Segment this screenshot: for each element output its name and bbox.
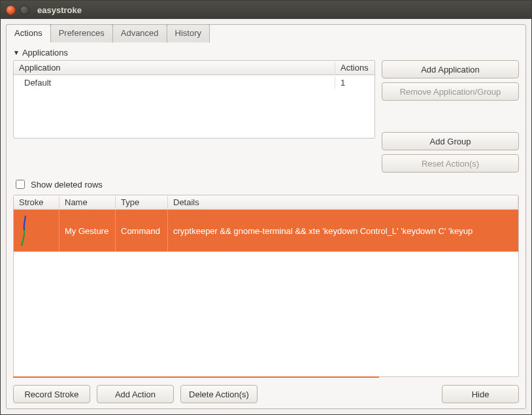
- applications-expander-label: Applications: [22, 48, 68, 58]
- reset-actions-button[interactable]: Reset Action(s): [382, 154, 519, 173]
- hide-button[interactable]: Hide: [442, 385, 519, 403]
- tab-actions[interactable]: Actions: [6, 24, 51, 42]
- table-row[interactable]: My Gesture Command cryptkeeper && gnome-…: [14, 210, 518, 252]
- chevron-down-icon: ▼: [13, 49, 20, 56]
- applications-expander[interactable]: ▼ Applications: [13, 48, 519, 58]
- col-name[interactable]: Name: [59, 196, 116, 208]
- cell-application: Default: [14, 76, 335, 89]
- page-actions: ▼ Applications Application Actions Defau…: [7, 42, 525, 408]
- client-area: Actions Preferences Advanced History ▼ A…: [1, 19, 531, 414]
- stroke-icon: [19, 214, 31, 247]
- record-stroke-button[interactable]: Record Stroke: [13, 385, 90, 403]
- spacer: [382, 105, 519, 128]
- col-application[interactable]: Application: [14, 61, 335, 74]
- show-deleted-label: Show deleted rows: [31, 180, 103, 190]
- window-buttons: [6, 5, 29, 15]
- tab-history[interactable]: History: [167, 24, 210, 42]
- window-title: easystroke: [37, 5, 82, 15]
- actions-table[interactable]: Stroke Name Type Details: [13, 195, 519, 377]
- bottom-buttons: Record Stroke Add Action Delete Action(s…: [13, 385, 519, 403]
- col-stroke[interactable]: Stroke: [14, 196, 59, 208]
- cell-name: My Gesture: [59, 210, 116, 252]
- col-type[interactable]: Type: [116, 196, 168, 208]
- cell-actions: 1: [335, 76, 374, 89]
- tab-preferences[interactable]: Preferences: [50, 24, 113, 42]
- titlebar: easystroke: [1, 1, 531, 19]
- selection-underline: [13, 376, 379, 378]
- cell-stroke: [14, 210, 59, 252]
- show-deleted-row: Show deleted rows: [13, 178, 519, 191]
- actions-header: Stroke Name Type Details: [14, 195, 518, 210]
- close-icon[interactable]: [6, 5, 16, 15]
- applications-row: Application Actions Default 1 Add Applic…: [13, 60, 519, 173]
- applications-header: Application Actions: [14, 61, 374, 75]
- window: easystroke Actions Preferences Advanced …: [0, 0, 532, 415]
- add-action-button[interactable]: Add Action: [97, 385, 174, 403]
- notebook: Actions Preferences Advanced History ▼ A…: [6, 24, 526, 409]
- col-details[interactable]: Details: [168, 196, 518, 208]
- spacer: [264, 385, 435, 403]
- tab-advanced[interactable]: Advanced: [112, 24, 167, 42]
- add-group-button[interactable]: Add Group: [382, 132, 519, 150]
- applications-table[interactable]: Application Actions Default 1: [13, 60, 375, 139]
- actions-body: My Gesture Command cryptkeeper && gnome-…: [14, 210, 518, 376]
- cell-type: Command: [116, 210, 168, 252]
- add-application-button[interactable]: Add Application: [382, 60, 519, 78]
- show-deleted-input[interactable]: [16, 180, 25, 189]
- table-row[interactable]: Default 1: [14, 75, 374, 90]
- delete-actions-button[interactable]: Delete Action(s): [180, 385, 258, 403]
- minimize-icon[interactable]: [20, 5, 29, 15]
- remove-application-button[interactable]: Remove Application/Group: [382, 82, 519, 101]
- cell-details: cryptkeeper && gnome-terminal && xte 'ke…: [168, 210, 518, 252]
- col-actions[interactable]: Actions: [335, 61, 374, 74]
- tabs: Actions Preferences Advanced History: [6, 24, 209, 42]
- show-deleted-checkbox[interactable]: Show deleted rows: [13, 178, 103, 191]
- applications-side-buttons: Add Application Remove Application/Group…: [382, 60, 519, 173]
